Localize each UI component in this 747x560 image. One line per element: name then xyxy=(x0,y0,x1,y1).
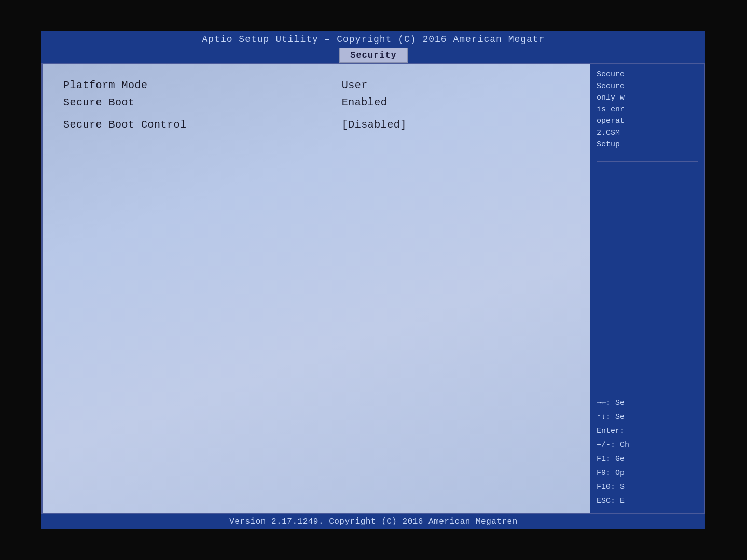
status-bar: Version 2.17.1249. Copyright (C) 2016 Am… xyxy=(42,514,706,529)
secure-boot-value: Enabled xyxy=(342,96,570,108)
bios-screen: Aptio Setup Utility – Copyright (C) 2016… xyxy=(42,31,706,529)
secure-boot-label: Secure Boot xyxy=(63,96,342,108)
help-keys: →←: Se ↑↓: Se Enter: +/-: Ch F1: Ge F9: … xyxy=(597,396,698,508)
table-row[interactable]: Secure Boot Enabled xyxy=(63,96,570,108)
platform-mode-value: User xyxy=(342,79,570,91)
content-panel: Platform Mode User Secure Boot Enabled S… xyxy=(43,64,590,513)
platform-mode-label: Platform Mode xyxy=(63,79,342,91)
title-bar: Aptio Setup Utility – Copyright (C) 2016… xyxy=(42,31,706,48)
secure-boot-control-label: Secure Boot Control xyxy=(63,119,342,131)
help-panel: Secure Secure only w is enr operat 2.CSM… xyxy=(590,64,704,513)
help-divider xyxy=(597,161,698,162)
tab-bar: Security xyxy=(42,48,706,63)
help-description: Secure Secure only w is enr operat 2.CSM… xyxy=(597,69,698,151)
main-area: Platform Mode User Secure Boot Enabled S… xyxy=(42,63,706,514)
version-text: Version 2.17.1249. Copyright (C) 2016 Am… xyxy=(229,517,518,526)
title-text: Aptio Setup Utility – Copyright (C) 2016… xyxy=(202,34,545,45)
settings-table: Platform Mode User Secure Boot Enabled S… xyxy=(63,79,570,131)
table-row[interactable]: Secure Boot Control [Disabled] xyxy=(63,119,570,131)
security-tab[interactable]: Security xyxy=(339,48,408,63)
secure-boot-control-value: [Disabled] xyxy=(342,119,570,131)
table-row[interactable]: Platform Mode User xyxy=(63,79,570,91)
